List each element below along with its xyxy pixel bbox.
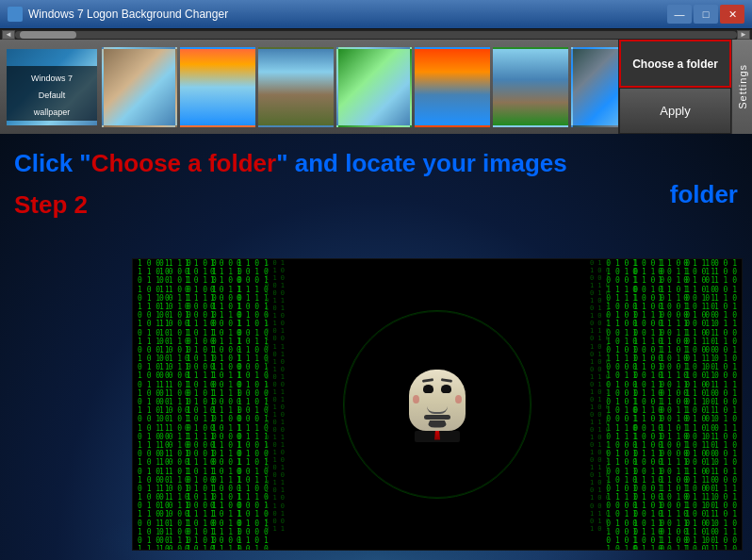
right-panel: Choose a folder Apply	[618, 40, 731, 134]
matrix-col-5: 0 1 0 11 0 1 00 0 0 11 1 1 00 1 1 11 0 0…	[237, 259, 269, 550]
default-wallpaper-label-line3: wallpaper	[34, 107, 71, 117]
close-button[interactable]: ✕	[720, 5, 744, 24]
instruction-part1: Click "	[14, 149, 91, 177]
main-window: ◄ ► Windows 7 Default wallpaper	[0, 28, 752, 560]
thumbnail-landscape2[interactable]	[336, 47, 412, 127]
scrollbar-track[interactable]	[15, 31, 737, 39]
scroll-right-button[interactable]: ►	[737, 30, 750, 40]
settings-tab[interactable]: Settings	[731, 40, 752, 134]
scrollbar-thumb[interactable]	[20, 31, 76, 39]
matrix-col-mid-1: 1 0 10 1 01 1 00 0 11 0 00 1 11 0 10 1 0…	[265, 259, 285, 533]
default-wallpaper-label-line1: Windows 7	[31, 74, 73, 83]
thumbnail-ocean1[interactable]	[180, 47, 255, 127]
thumbnail-elephant[interactable]	[102, 47, 177, 127]
thumbnails-area: Windows 7 Default wallpaper	[0, 40, 618, 134]
wallpaper-preview[interactable]: 1 0 0 11 1 0 00 1 1 01 0 0 10 1 1 01 1 0…	[132, 258, 743, 551]
matrix-background: 1 0 0 11 1 0 00 1 1 01 0 0 10 1 1 01 1 0…	[133, 259, 742, 550]
instruction-line1: Click "Choose a folder" and locate your …	[14, 148, 738, 180]
thumbnail-coast[interactable]	[493, 47, 568, 127]
thumbnail-scrollbar[interactable]: ◄ ►	[0, 28, 752, 40]
toolbar-row: Windows 7 Default wallpaper	[0, 40, 752, 134]
step-label: Step 2	[14, 190, 88, 220]
instruction-part2: " and locate your images	[276, 149, 567, 177]
instruction-highlight: Choose a folder	[91, 149, 276, 177]
apply-button[interactable]: Apply	[619, 88, 731, 134]
title-bar: Windows 7 Logon Background Changer — □ ✕	[0, 0, 752, 28]
app-icon	[8, 7, 23, 22]
matrix-col-mid-2: 0 1 11 0 00 0 11 1 00 1 01 0 10 1 11 0 0…	[590, 259, 610, 533]
thumbnail-default[interactable]: Windows 7 Default wallpaper	[5, 47, 99, 127]
anonymous-emblem	[343, 310, 531, 499]
matrix-col-right-5: 0 1 0 11 0 1 00 0 0 11 1 1 00 1 1 11 0 0…	[606, 259, 638, 550]
minimize-button[interactable]: —	[667, 5, 692, 24]
settings-tab-label: Settings	[737, 64, 748, 109]
instruction-text: Click "Choose a folder" and locate your …	[14, 148, 738, 209]
instruction-line2: folder	[14, 180, 738, 209]
window-title: Windows 7 Logon Background Changer	[28, 8, 667, 21]
default-wallpaper-label-line2: Default	[39, 91, 66, 100]
scroll-left-button[interactable]: ◄	[2, 30, 15, 40]
thumbnail-ocean2[interactable]	[415, 47, 490, 127]
window-controls: — □ ✕	[667, 5, 744, 24]
thumbnail-mountain[interactable]	[258, 47, 334, 127]
toolbar-wrapper: ◄ ► Windows 7 Default wallpaper	[0, 28, 752, 134]
thumbnail-rocky[interactable]	[571, 47, 618, 127]
maximize-button[interactable]: □	[694, 5, 718, 24]
choose-folder-button[interactable]: Choose a folder	[619, 40, 731, 88]
content-area: Click "Choose a folder" and locate your …	[0, 134, 752, 560]
